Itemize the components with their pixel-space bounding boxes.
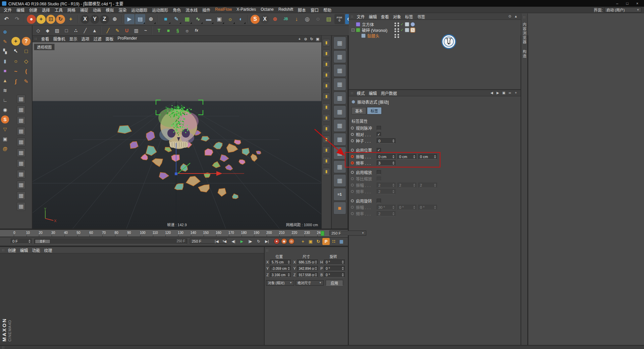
object-row-0[interactable]: 立方体✓ — [352, 21, 521, 27]
attr-value-field[interactable]: 0 ° — [418, 205, 437, 210]
coord-field[interactable]: 5.75 cm — [270, 259, 291, 265]
object-row-1[interactable]: −破碎 (Voronoi)✓∿ — [352, 27, 521, 33]
keyframe-dot[interactable] — [351, 149, 354, 152]
menubar-item-1[interactable]: 编辑 — [14, 7, 27, 13]
knife-tool-icon[interactable]: ╱ — [104, 26, 112, 35]
light-icon[interactable]: ☼ — [225, 14, 235, 24]
attr-checkbox[interactable] — [377, 199, 381, 203]
coord-field[interactable]: 917.558 cm — [297, 272, 318, 278]
viewport-menu-item-1[interactable]: 摄像机 — [51, 36, 67, 42]
visibility-dots[interactable] — [397, 34, 399, 38]
attr-checkbox[interactable] — [377, 126, 381, 130]
structure-preset-icon[interactable]: ▦ — [333, 133, 346, 146]
autokey-button[interactable]: ◉ — [281, 238, 287, 244]
spinner[interactable] — [342, 260, 344, 264]
keyframe-dot[interactable] — [351, 199, 354, 202]
scroll-to-active-icon[interactable]: ▲ — [513, 14, 519, 19]
object-name[interactable]: 破碎 (Voronoi) — [362, 27, 387, 33]
visibility-dots[interactable] — [397, 22, 399, 27]
vis-dot[interactable] — [394, 34, 396, 36]
attr-value-field[interactable]: 0 cm — [397, 154, 416, 159]
spinner[interactable] — [29, 240, 31, 243]
attr-value-field[interactable]: 0 — [377, 138, 395, 144]
spinner[interactable] — [434, 184, 436, 187]
array-modeling-icon[interactable]: ▦ — [17, 170, 25, 179]
coord-field[interactable]: 342.894 cm — [297, 266, 318, 271]
material-cube-icon[interactable]: ■ — [333, 202, 346, 214]
spinner[interactable] — [392, 139, 394, 143]
vis-dot[interactable] — [397, 36, 399, 38]
menubar-item-21[interactable]: 帮助 — [321, 7, 334, 13]
z-axis-lock-icon[interactable]: Z — [100, 15, 109, 24]
attribute-manager-menu-item-0[interactable]: 模式 — [355, 90, 367, 96]
grip-icon[interactable]: ∷ — [351, 15, 353, 18]
menubar-item-19[interactable]: 脚本 — [296, 7, 308, 13]
spinner[interactable] — [413, 206, 415, 209]
attr-value-field[interactable]: 2 — [377, 189, 395, 194]
menubar-item-11[interactable]: 运动图形 — [150, 7, 170, 13]
nav-forward-icon[interactable]: ▶ — [495, 90, 500, 96]
snap-preset-icon[interactable]: ▮ — [323, 71, 330, 79]
loop-button[interactable]: ↻ — [255, 238, 263, 245]
brush-tool-icon[interactable]: ✎ — [113, 26, 122, 35]
viewport-menu-item-6[interactable]: ProRender — [115, 36, 139, 42]
menubar-item-20[interactable]: 窗口 — [308, 7, 321, 13]
timeline-ruler[interactable]: 0102030405060708090100110120130140150160… — [11, 230, 327, 237]
redo-icon[interactable]: ↷ — [12, 14, 22, 24]
cube-icon[interactable]: ■ — [1, 67, 9, 75]
grip-icon[interactable]: ∷ — [35, 37, 37, 41]
coord-field[interactable]: 686.125 cm — [297, 259, 318, 265]
maximize-button[interactable]: □ — [623, 1, 632, 5]
structure-preset-icon[interactable]: ▦ — [333, 50, 346, 63]
tab-basic[interactable]: 基本 — [352, 107, 366, 114]
keyframe-dot[interactable] — [351, 127, 354, 130]
render-settings-icon[interactable]: ⊛ — [146, 14, 156, 24]
lathe-object-icon[interactable]: ☼ — [183, 26, 192, 35]
bend-deformer-icon[interactable]: ∿ — [193, 14, 203, 24]
structure-preset-icon[interactable]: ▦ — [333, 92, 346, 104]
smooth-tool-icon[interactable]: ~ — [141, 26, 150, 35]
dashed-selection-icon[interactable]: ◌ — [313, 14, 323, 24]
menubar-item-3[interactable]: 选择 — [40, 7, 52, 13]
spinner[interactable] — [392, 212, 394, 215]
array-modeling-icon[interactable]: ▦ — [17, 191, 25, 200]
vibrate-tag-icon[interactable]: ∿ — [411, 28, 415, 32]
y-axis-lock-icon[interactable]: Y — [90, 15, 99, 24]
next-frame-button[interactable]: |▶ — [246, 238, 254, 245]
menubar-item-7[interactable]: 动画 — [91, 7, 103, 13]
grip-icon[interactable]: ∷ — [523, 15, 525, 19]
lock-icon[interactable]: ▣ — [501, 90, 506, 96]
structure-preset-icon[interactable]: ▦ — [333, 105, 346, 118]
goto-end-button[interactable]: ▶| — [263, 238, 271, 245]
array-modeling-icon[interactable]: ▦ — [17, 127, 25, 136]
grip-icon[interactable]: ∷ — [351, 91, 353, 95]
structure-preset-icon[interactable]: ▦ — [333, 78, 346, 91]
spinner[interactable] — [392, 190, 394, 193]
make-editable-icon[interactable]: ◇ — [34, 26, 43, 35]
menubar-item-14[interactable]: 插件 — [200, 7, 213, 13]
coord-field[interactable]: 0 ° — [324, 266, 345, 271]
cylinder-icon[interactable]: ▮ — [1, 57, 9, 65]
checkerboard-icon[interactable]: ▚ — [1, 47, 9, 55]
viewport-menu-item-5[interactable]: 面板 — [103, 36, 115, 42]
enabled-check-icon[interactable]: ✓ — [400, 22, 404, 27]
spinner[interactable] — [342, 273, 344, 277]
motion-clip-button[interactable]: ▦ — [338, 238, 345, 245]
coord-field[interactable]: 0 ° — [324, 272, 345, 278]
psr-zero-button[interactable]: PSR0 — [334, 14, 344, 24]
environment-icon[interactable]: ◐ — [236, 14, 246, 24]
coord-field[interactable]: 0 ° — [324, 259, 345, 265]
object-manager-menu-item-3[interactable]: 对象 — [391, 14, 403, 19]
coord-field[interactable]: 3.166 cm — [270, 272, 291, 278]
preview-range-end-marker[interactable] — [321, 231, 324, 236]
view-maximize-icon[interactable]: ▣ — [315, 36, 321, 42]
last-tool-icon[interactable]: + — [66, 14, 76, 24]
x-particles-icon[interactable]: X — [260, 15, 269, 24]
menubar-item-4[interactable]: 工具 — [52, 7, 65, 13]
structure-preset-icon[interactable]: ▦ — [333, 64, 346, 77]
view-rotate-icon[interactable]: ↻ — [309, 36, 315, 42]
vis-dot[interactable] — [394, 22, 396, 24]
material-menu-item-2[interactable]: 功能 — [30, 247, 42, 253]
workplane-mode-icon[interactable]: □ — [62, 26, 71, 35]
undo-icon[interactable]: ↶ — [1, 14, 11, 24]
